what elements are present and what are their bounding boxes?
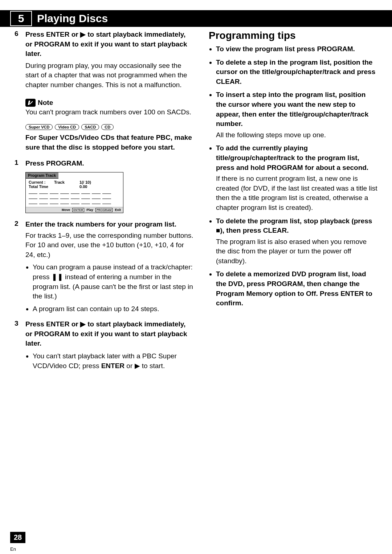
section-title: Playing Discs	[37, 12, 108, 25]
osd-exit: Exit	[115, 208, 121, 212]
page-content: 6 Press ENTER or ▶ to start playback imm…	[0, 27, 392, 375]
osd-program-key: PROGRAM	[95, 208, 113, 212]
step-2: 2 Enter the track numbers for your progr…	[15, 220, 194, 317]
tip: To delete a memorized DVD program list, …	[216, 269, 377, 308]
step-bold-text: Enter the track numbers for your program…	[25, 220, 176, 228]
step-bold-text: Press ENTER or ▶ to start playback immed…	[25, 30, 187, 57]
osd-body: Current : Track 1(/ 10) Total Time 0.00	[26, 179, 123, 207]
tip: To insert a step into the program list, …	[216, 90, 377, 140]
language-label: En	[10, 546, 16, 552]
badge-cd: CD	[101, 124, 114, 130]
tip-sub: If there is no current program list, a n…	[216, 174, 377, 212]
left-column: 6 Press ENTER or ▶ to start playback imm…	[15, 30, 194, 375]
note-icon	[25, 99, 36, 107]
step-body: Press ENTER or ▶ to start playback immed…	[25, 30, 194, 90]
step-body: Press ENTER or ▶ to start playback immed…	[25, 319, 194, 374]
tip: To add the currently playing title/group…	[216, 143, 377, 212]
osd-enter-key: ENTER	[72, 208, 84, 212]
tip: To view the program list press PROGRAM.	[216, 44, 377, 54]
osd-totaltime-value: 0.00	[79, 184, 101, 189]
badge-sacd: SACD	[81, 124, 99, 130]
step-bold-text: Press ENTER or ▶ to start playback immed…	[25, 320, 187, 347]
osd-totaltime-label: Total Time	[29, 184, 50, 189]
tip-bold: To delete a memorized DVD program list, …	[216, 270, 372, 307]
step-bold-text: Press PROGRAM.	[25, 159, 194, 168]
step-1: 1 Press PROGRAM.	[15, 159, 194, 168]
osd-program-track: Program Track Current : Track 1(/ 10) To…	[25, 172, 123, 213]
tip-bold: To add the currently playing title/group…	[216, 144, 368, 171]
badge-videocd: Video CD	[55, 124, 79, 130]
note-text: You can't program track numbers over 100…	[25, 107, 194, 117]
bullet: You can program a pause instead of a tra…	[33, 262, 194, 301]
disc-badges: Super VCD Video CD SACD CD	[25, 124, 194, 130]
pbc-note: For Super VCDs/Video CDs that feature PB…	[25, 133, 194, 152]
osd-current-label: Current :	[29, 180, 50, 184]
osd-track-label: Track	[54, 180, 76, 184]
step-number: 6	[15, 30, 25, 90]
text: or ▶ to start.	[124, 362, 165, 370]
bullet: You can't start playback later with a PB…	[33, 351, 194, 371]
osd-footer: Move ENTER Play PROGRAM Exit	[26, 207, 123, 213]
section-number: 5	[10, 11, 32, 26]
osd-move: Move	[62, 208, 70, 212]
osd-slot-grid	[29, 190, 120, 204]
tip-bold: To insert a step into the program list, …	[216, 91, 368, 127]
programming-tips-title: Programming tips	[209, 30, 377, 41]
tip: To delete the program list, stop playbac…	[216, 216, 377, 266]
tip-sub: The program list is also erased when you…	[216, 237, 377, 266]
step-number: 2	[15, 220, 25, 317]
tip: To delete a step in the program list, po…	[216, 58, 377, 87]
step-number: 3	[15, 319, 25, 374]
badge-supervcd: Super VCD	[25, 124, 53, 130]
tips-list: To view the program list press PROGRAM. …	[216, 44, 377, 308]
step-3: 3 Press ENTER or ▶ to start playback imm…	[15, 319, 194, 374]
osd-play: Play	[86, 208, 93, 212]
step-number: 1	[15, 159, 25, 168]
section-header: 5 Playing Discs	[0, 10, 392, 27]
tip-bold: To delete a step in the program list, po…	[216, 58, 375, 85]
osd-track-count: 1(/ 10)	[79, 180, 101, 184]
note-label: Note	[38, 99, 53, 107]
text-bold: ENTER	[101, 362, 124, 370]
step-body: Enter the track numbers for your program…	[25, 220, 194, 317]
note-heading: Note	[25, 99, 194, 107]
step-paragraph: During program play, you may occasionall…	[25, 61, 194, 90]
step-bullets: You can program a pause instead of a tra…	[33, 262, 194, 314]
tip-bold: To delete the program list, stop playbac…	[216, 217, 372, 235]
osd-title: Program Track	[26, 172, 58, 179]
right-column: Programming tips To view the program lis…	[209, 30, 377, 375]
step-6: 6 Press ENTER or ▶ to start playback imm…	[15, 30, 194, 90]
bullet: A program list can contain up to 24 step…	[33, 304, 194, 314]
page-number: 28	[10, 532, 25, 543]
tip-bold: To view the program list press PROGRAM.	[216, 45, 355, 53]
tip-sub: All the following steps move up one.	[216, 130, 377, 140]
step-bullets: You can't start playback later with a PB…	[33, 351, 194, 371]
step-paragraph: For tracks 1–9, use the corresponding nu…	[25, 231, 194, 260]
